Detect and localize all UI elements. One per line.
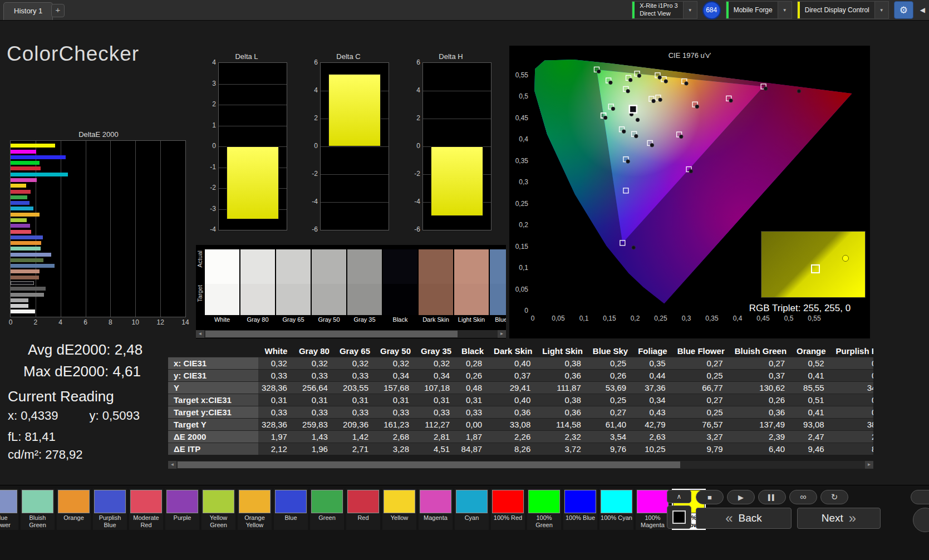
delta-bar [431,146,483,216]
svg-text:0,3: 0,3 [519,178,528,186]
target-swatch [383,284,417,315]
swatch-column: Dark Skin [419,249,453,325]
chevron-down-icon[interactable]: ▼ [874,2,888,18]
table-cell: 137,49 [730,419,792,431]
deltae-bar [11,310,35,313]
pattern-patch-blue-flower[interactable]: Blue Flower [0,489,18,530]
continuous-measure-button[interactable]: ∞ [789,490,817,504]
chevron-down-icon[interactable]: ▼ [683,2,697,18]
clipped-round-button[interactable] [913,508,929,532]
scroll-left-icon[interactable]: ◄ [168,461,176,469]
pattern-patch-100-cyan[interactable]: 100% Cyan [599,489,633,530]
x-tick-label: 8 [109,318,112,326]
pattern-patch-100-magenta[interactable]: 100% Magenta [636,489,670,530]
collapse-panel-icon[interactable]: ◀ [918,6,927,14]
scroll-right-icon[interactable]: ► [498,330,506,338]
scroll-right-icon[interactable]: ► [865,461,873,469]
display-control-label: Direct Display Control [800,2,874,18]
measured-marker [729,99,733,102]
play-button[interactable]: ▶ [727,490,755,504]
table-cell: 114,58 [537,419,588,431]
pattern-patch-green[interactable]: Green [310,489,344,530]
pattern-patch-red[interactable]: Red [346,489,380,530]
current-x: x: 0,4339 [8,409,58,423]
delta-c-plot [320,62,389,230]
pattern-patch-100-green[interactable]: 100% Green [527,489,561,530]
deltae-bar [11,269,40,273]
pattern-patch-purplish-blue[interactable]: Purplish Blue [93,489,127,530]
pattern-patch-100-red[interactable]: 100% Red [491,489,525,530]
target-row-label: Target [196,285,203,302]
table-cell: 3,54 [588,431,633,443]
swatch-label: Gray 35 [347,315,382,325]
swatch-scrollbar[interactable]: ◄ ► [196,330,506,338]
meter-dropdown[interactable]: X-Rite i1Pro 3Direct View ▼ [632,1,697,19]
pause-button[interactable]: ▌▌ [758,490,786,504]
pattern-patch-bluish-green[interactable]: Bluish Green [21,489,55,530]
pattern-patch-blue[interactable]: Blue [274,489,308,530]
table-cell: 112,27 [416,419,456,431]
pattern-source-dropdown[interactable]: Mobile Forge ▼ [726,1,792,19]
pattern-patch-cyan[interactable]: Cyan [455,489,489,530]
patch-color [94,490,126,513]
patch-color [311,490,343,513]
pattern-bar: Blue FlowerBluish GreenOrangePurplish Bl… [0,485,929,560]
scroll-left-icon[interactable]: ◄ [196,330,204,338]
pattern-patch-100-blue[interactable]: 100% Blue [563,489,597,530]
pattern-patch-orange-yellow[interactable]: Orange Yellow [238,489,272,530]
back-button[interactable]: « Back [696,508,792,529]
deltae-bar [11,161,40,165]
column-header: Dark Skin [489,345,537,357]
measured-marker [611,107,615,110]
table-scrollbar[interactable]: ◄ ► [168,461,873,469]
table-cell: 130,62 [730,382,792,394]
clipped-button[interactable] [911,490,929,504]
patch-label: Orange [58,513,90,530]
pattern-patch-orange[interactable]: Orange [57,489,91,530]
swatch-scrollbar-thumb[interactable] [205,331,458,337]
patch-color [0,490,17,513]
gear-icon[interactable]: ⚙ [894,1,913,19]
display-control-dropdown[interactable]: Direct Display Control ▼ [797,1,889,19]
current-y: y: 0,5093 [90,409,140,423]
measured-marker [764,87,767,90]
inset-measured-marker [842,255,849,262]
chevron-down-icon[interactable]: ▼ [778,2,792,18]
y-tick-label: 0 [314,142,318,150]
delta-c-axis: 6420-2-4-6 [306,62,319,230]
black-pattern-button[interactable] [667,505,691,529]
table-cell: 3,28 [375,443,416,455]
pattern-patch-magenta[interactable]: Magenta [419,489,453,530]
table-cell: 0,32 [416,357,456,370]
column-header: Blue Sky [588,345,633,357]
table-cell: 0,34 [633,394,672,406]
pattern-patch-yellow[interactable]: Yellow [382,489,416,530]
actual-swatch [454,249,489,284]
stop-button[interactable]: ■ [696,490,724,504]
add-tab-button[interactable]: + [51,4,65,17]
swatch-column: Blue Sky [490,249,506,325]
table-cell: 0,22 [831,394,873,406]
delta-l-axis: 43210-1-2-3-4 [204,62,217,230]
y-tick-label: 0 [212,142,216,150]
tab-history-1[interactable]: History 1 [3,2,53,20]
loop-button[interactable]: ↻ [820,490,848,504]
deltae-bar [11,235,43,239]
table-cell: 10,25 [633,443,672,455]
pattern-patch-purple[interactable]: Purple [165,489,199,530]
table-cell: 38,60 [831,419,873,431]
next-button[interactable]: Next » [797,508,881,529]
table-cell: 0,32 [294,357,335,370]
avg-de2000: Avg dE2000: 2,48 [28,341,142,358]
table-cell: 4,51 [416,443,456,455]
collapse-up-button[interactable]: ∧ [667,490,691,503]
table-cell: 0,27 [588,406,633,419]
pattern-patch-yellow-green[interactable]: Yellow Green [201,489,235,530]
column-header: Bluish Green [730,345,792,357]
patch-label: Moderate Red [130,513,162,530]
table-scrollbar-thumb[interactable] [178,461,680,468]
pattern-patch-moderate-red[interactable]: Moderate Red [129,489,163,530]
column-header: Gray 65 [335,345,375,357]
deltae2000-chart: DeltaE 2000 02468101214 [6,130,191,326]
svg-text:0,1: 0,1 [579,315,589,322]
